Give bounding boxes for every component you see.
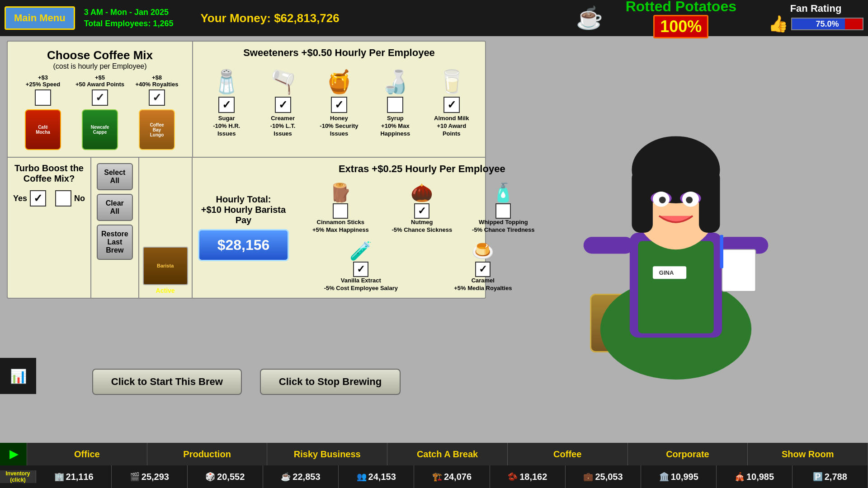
stat-coffee: 🫘 18,162 xyxy=(490,465,566,488)
fan-rating-value: 75.0% xyxy=(792,19,863,29)
extra1-icon: 👥 xyxy=(357,472,367,482)
coffee-can-green[interactable]: NewcafeCappe xyxy=(82,109,118,150)
almond-milk-label: Almond Milk+10 AwardPoints xyxy=(434,115,469,138)
catch-icon: ☕ xyxy=(281,472,291,482)
coffee-can-brown[interactable]: CoffeeBayLungo xyxy=(139,109,175,150)
barista-active: Active xyxy=(156,287,175,294)
cinnamon-checkbox[interactable] xyxy=(333,203,348,219)
tab-risky-business[interactable]: Risky Business xyxy=(267,443,387,465)
svg-point-14 xyxy=(686,197,693,203)
extra4-icon: 🎪 xyxy=(735,472,745,482)
turbo-no-checkbox[interactable] xyxy=(55,190,71,206)
almond-milk-checkbox[interactable] xyxy=(443,97,460,113)
extra3-icon: 💼 xyxy=(583,472,593,482)
turbo-yes-checkbox[interactable] xyxy=(30,190,46,206)
sweetener-creamer: 🫗 Creamer-10% L.T.Issues xyxy=(258,63,308,138)
catch-value: 22,853 xyxy=(292,472,320,482)
inventory-button[interactable]: Inventory(click) xyxy=(0,470,36,483)
top-section: Choose Coffee Mix (cost is hourly per Em… xyxy=(8,42,485,158)
corporate-icon: 🏛️ xyxy=(659,472,669,482)
start-brew-button[interactable]: Click to Start This Brew xyxy=(92,369,242,395)
office-icon: 🏢 xyxy=(54,472,64,482)
honey-label: Honey-10% SecurityIssues xyxy=(320,115,358,138)
stats-row: Inventory(click) 🏢 21,116 🎬 25,293 🎲 20,… xyxy=(0,465,868,488)
fan-rating-bar: 75.0% xyxy=(791,18,863,30)
svg-rect-2 xyxy=(638,241,713,333)
tab-coffee[interactable]: Coffee xyxy=(508,443,628,465)
bonus3-desc: +40% Royalties xyxy=(129,81,185,88)
extra2-value: 24,076 xyxy=(444,472,472,482)
brand-rating: 100% xyxy=(653,15,708,38)
stop-brew-button[interactable]: Click to Stop Brewing xyxy=(260,369,401,395)
honey-checkbox[interactable] xyxy=(331,97,347,113)
barista-badge: Barista xyxy=(143,247,188,285)
character-area: GINA xyxy=(484,72,868,380)
tab-corporate[interactable]: Corporate xyxy=(628,443,748,465)
nutmeg-row xyxy=(414,203,429,219)
extra4-value: 10,985 xyxy=(746,472,774,482)
select-all-button[interactable]: Select All xyxy=(97,163,133,190)
almond-milk-icon: 🥛 xyxy=(438,63,466,95)
mini-display: 📊 xyxy=(0,358,36,394)
cinnamon-label: Cinnamon Sticks+5% Max Happiness xyxy=(312,219,369,234)
mix-checkbox-row xyxy=(14,89,185,106)
hourly-title-text: Hourly Total: xyxy=(216,194,271,204)
hourly-total-display[interactable]: $28,156 xyxy=(198,229,289,261)
bonus1-label: +$3 xyxy=(15,74,71,81)
sweeteners-col: Sweeteners +$0.50 Hourly Per Employee 🧂 … xyxy=(193,42,485,157)
play-icon: ▶ xyxy=(9,448,18,460)
mix-check-2[interactable] xyxy=(92,89,108,106)
barista-area: Barista Active xyxy=(139,158,193,298)
coffee-can-red[interactable]: CaféMocha xyxy=(25,109,61,150)
coffee-panel: Choose Coffee Mix (cost is hourly per Em… xyxy=(7,41,486,299)
cinnamon-row xyxy=(333,203,348,219)
clear-all-button[interactable]: Clear All xyxy=(97,194,133,221)
corporate-value: 10,995 xyxy=(671,472,698,482)
tab-show-room[interactable]: Show Room xyxy=(748,443,868,465)
mix-check-1[interactable] xyxy=(35,89,51,106)
stat-showroom: 🅿️ 2,788 xyxy=(793,465,868,488)
nutmeg-checkbox[interactable] xyxy=(414,203,429,219)
main-menu-button[interactable]: Main Menu xyxy=(5,6,75,30)
vanilla-label: Vanilla Extract-5% Cost Employee Salary xyxy=(324,277,398,292)
tab-catch-a-break[interactable]: Catch A Break xyxy=(387,443,508,465)
vanilla-icon: 🧪 xyxy=(349,237,372,262)
cinnamon-icon: 🪵 xyxy=(329,178,352,203)
barista-label: Barista xyxy=(157,263,174,268)
brand-name: Rotted Potatoes xyxy=(626,0,736,15)
bottom-section: Turbo Boost the Coffee Mix? Yes No Selec… xyxy=(8,158,485,298)
bonus3: +$8 +40% Royalties xyxy=(129,74,185,88)
fan-rating-bar-container: 👍 75.0% xyxy=(768,14,863,33)
choose-mix-title: Choose Coffee Mix xyxy=(14,48,185,62)
sugar-checkbox[interactable] xyxy=(218,97,235,113)
creamer-checkbox[interactable] xyxy=(275,97,291,113)
bottom-bar: ▶ Office Production Risky Business Catch… xyxy=(0,443,868,488)
extra3-value: 25,053 xyxy=(595,472,623,482)
sweeteners-title: Sweeteners +$0.50 Hourly Per Employee xyxy=(198,47,480,59)
coffee-cans-row: CaféMocha NewcafeCappe CoffeeBayLungo xyxy=(14,109,185,150)
coffee-pot-icon: ☕ xyxy=(576,5,603,31)
tab-office[interactable]: Office xyxy=(27,443,147,465)
extra-nutmeg: 🌰 Nutmeg-5% Chance Sickness xyxy=(381,178,462,234)
mix-check-3[interactable] xyxy=(149,89,165,106)
stat-office: 🏢 21,116 xyxy=(36,465,112,488)
turbo-no-label: No xyxy=(74,194,85,203)
tab-play[interactable]: ▶ xyxy=(0,443,27,465)
restore-brew-button[interactable]: Restore Last Brew xyxy=(97,225,133,260)
syrup-checkbox[interactable] xyxy=(387,97,403,113)
svg-rect-15 xyxy=(584,237,634,253)
coffee-stat-icon: 🫘 xyxy=(508,472,518,482)
sweeteners-grid: 🧂 Sugar-10% H.R.Issues 🫗 Creamer-10% L.T… xyxy=(198,63,480,138)
office-value: 21,116 xyxy=(66,472,94,482)
risky-icon: 🎲 xyxy=(205,472,215,482)
brew-actions: Click to Start This Brew Click to Stop B… xyxy=(7,369,486,395)
vanilla-checkbox[interactable] xyxy=(353,262,368,277)
stat-extra2: 🏗️ 24,076 xyxy=(414,465,490,488)
bonus3-label: +$8 xyxy=(129,74,185,81)
employee-count: Total Employees: 1,265 xyxy=(84,18,174,29)
tab-production[interactable]: Production xyxy=(147,443,268,465)
bonus1-desc: +25% Speed xyxy=(15,81,71,88)
svg-text:GINA: GINA xyxy=(659,269,674,276)
svg-point-13 xyxy=(659,197,666,203)
stat-catch: ☕ 22,853 xyxy=(263,465,339,488)
